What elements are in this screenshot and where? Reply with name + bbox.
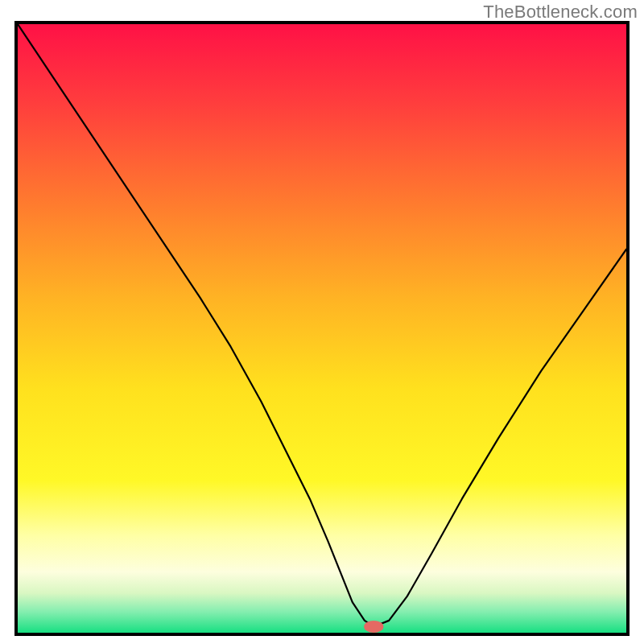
optimum-marker (364, 621, 383, 633)
background-gradient (18, 24, 626, 633)
chart-container: TheBottleneck.com (0, 0, 644, 644)
chart-svg (18, 24, 626, 633)
plot-area (14, 21, 630, 636)
watermark-text: TheBottleneck.com (483, 2, 638, 23)
